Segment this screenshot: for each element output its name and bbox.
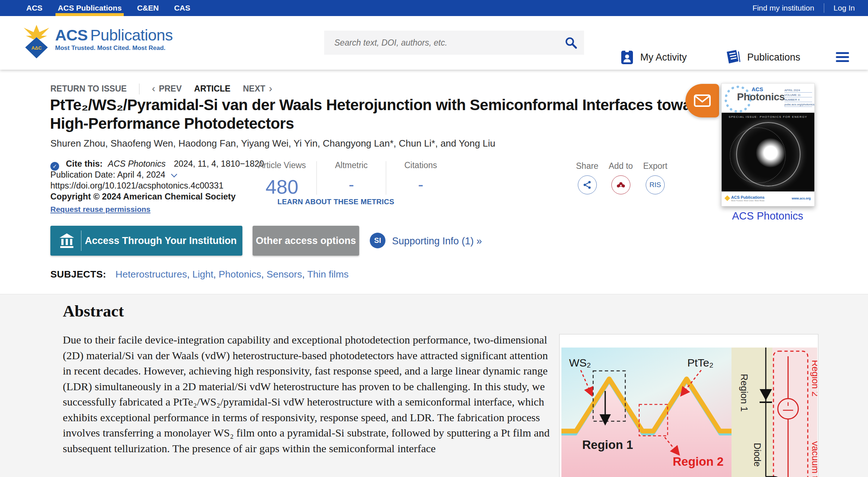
chevron-left-icon: ‹ — [152, 83, 155, 94]
my-activity-link[interactable]: My Activity — [621, 50, 687, 65]
logo-publications-text: Publications — [90, 26, 173, 44]
cover-brand: ACS Publications Most Trusted. Most Cite… — [725, 195, 765, 202]
article-tab: ARTICLE — [194, 84, 231, 94]
figure-ptte2-label: PtTe₂ — [687, 357, 714, 369]
article-nav: RETURN TO ISSUE ‹ PREV ARTICLE NEXT › — [50, 83, 272, 94]
publications-link[interactable]: Publications — [725, 50, 800, 65]
subject-link-light[interactable]: Light — [192, 269, 219, 280]
topnav-cen[interactable]: C&EN — [136, 0, 160, 16]
metric-altmetric: Altmetric - — [325, 160, 378, 198]
graphical-abstract-figure[interactable]: WS₂ PtTe₂ Region 1 Region 2 Region 1 Dio… — [559, 334, 818, 477]
citations-label: Citations — [394, 160, 447, 170]
next-article-link[interactable]: NEXT › — [243, 83, 272, 94]
share-button[interactable] — [578, 175, 597, 194]
prev-article-link[interactable]: ‹ PREV — [152, 83, 182, 94]
metric-divider — [316, 161, 317, 195]
request-reuse-permissions-link[interactable]: Request reuse permissions — [50, 205, 150, 214]
cover-footer: ACS Publications Most Trusted. Most Cite… — [722, 191, 814, 205]
figure-region2-side-label: Region 2 — [810, 360, 817, 396]
add-to-label: Add to — [608, 161, 633, 171]
cite-this-row: ✓ Cite this: ACS Photonics 2024, 11, 4, … — [50, 158, 264, 169]
subject-link-sensors[interactable]: Sensors — [266, 269, 307, 280]
citation-block: ✓ Cite this: ACS Photonics 2024, 11, 4, … — [50, 158, 264, 214]
mendeley-button[interactable] — [611, 175, 630, 194]
page: ACS ACS Publications C&EN CAS Find my in… — [0, 0, 868, 477]
cover-brand-name: ACS Publications — [731, 195, 765, 199]
login-link[interactable]: Log In — [834, 4, 855, 12]
subject-link-heterostructures[interactable]: Heterostructures — [115, 269, 192, 280]
cover-journal-name: Photonics — [737, 92, 785, 102]
menu-icon — [836, 60, 849, 62]
return-to-issue-link[interactable]: RETURN TO ISSUE — [50, 84, 127, 94]
cover-url: www.acs.org — [792, 197, 811, 200]
journal-link[interactable]: ACS Photonics — [721, 210, 814, 222]
share-label: Share — [576, 161, 598, 171]
metric-divider — [386, 161, 386, 195]
add-to-tool: Add to — [608, 161, 633, 194]
logo-wordmark: ACSPublications — [55, 26, 173, 44]
cover-masthead: ACS Photonics APRIL 2024 VOLUME 11 NUMBE… — [722, 84, 814, 113]
my-activity-label: My Activity — [640, 52, 687, 63]
learn-about-metrics-link[interactable]: LEARN ABOUT THESE METRICS — [256, 198, 416, 206]
topnav-cas[interactable]: CAS — [173, 0, 191, 16]
cover-issue-number: NUMBER 4 — [784, 97, 812, 102]
cover-glow-graphic — [756, 138, 785, 167]
supporting-info-link[interactable]: Supporting Info (1) » — [392, 236, 482, 247]
publications-label: Publications — [747, 52, 800, 63]
topnav-acs-publications[interactable]: ACS Publications — [57, 0, 122, 16]
logo-acs-text: ACS — [55, 26, 88, 44]
figure-region1-label: Region 1 — [582, 438, 633, 451]
cover-issue-date: APRIL 2024 — [784, 88, 812, 93]
cite-journal-name[interactable]: ACS Photonics — [108, 159, 166, 168]
acs-diamond-icon — [725, 195, 730, 201]
menu-icon — [836, 52, 849, 54]
publication-date-value: April 4, 2024 — [117, 170, 165, 179]
abstract-section: Abstract Due to their facile device-inte… — [0, 294, 868, 477]
cover-brand-tagline: Most Trusted. Most Cited. Most Read. — [731, 199, 765, 202]
export-label: Export — [643, 161, 667, 171]
share-tools: Share Add to Export RIS — [576, 161, 667, 194]
ris-label: RIS — [649, 181, 661, 189]
article-metrics: Article Views 480 Altmetric - Citations … — [256, 160, 447, 198]
chevron-down-icon — [171, 171, 177, 178]
activity-badge-icon — [621, 50, 634, 65]
envelope-icon — [694, 94, 711, 107]
figure-region1-side-label: Region 1 — [739, 374, 750, 412]
figure-region2-label: Region 2 — [673, 455, 723, 468]
journal-cover[interactable]: ACS Photonics APRIL 2024 VOLUME 11 NUMBE… — [721, 83, 815, 206]
views-label: Article Views — [256, 160, 308, 170]
export-ris-button[interactable]: RIS — [646, 175, 665, 194]
other-access-options-button[interactable]: Other access options — [253, 226, 359, 256]
topnav-acs[interactable]: ACS — [26, 0, 43, 16]
menu-button[interactable] — [836, 52, 849, 64]
altmetric-value: - — [325, 175, 378, 194]
share-tool: Share — [576, 161, 598, 194]
views-value: 480 — [256, 175, 308, 198]
acs-publications-logo[interactable]: AΔC ACSPublications Most Trusted. Most C… — [23, 24, 173, 60]
access-institution-button[interactable]: Access Through Your Institution — [50, 226, 242, 256]
institution-icon-box — [53, 232, 81, 249]
cover-journal-logo: ACS Photonics — [737, 86, 785, 102]
search-button[interactable] — [558, 31, 584, 55]
author-list[interactable]: Shuren Zhou, Shaofeng Wen, Haodong Fan, … — [50, 138, 495, 149]
logo-text: ACSPublications Most Trusted. Most Cited… — [55, 24, 173, 52]
menu-icon — [836, 56, 849, 58]
next-label: NEXT — [243, 84, 265, 94]
figure-vacuum-label: Vacuum tu — [810, 441, 817, 477]
subject-link-thin-films[interactable]: Thin films — [307, 269, 349, 280]
publications-book-icon — [725, 50, 741, 65]
search-input[interactable] — [324, 38, 558, 48]
citations-value: - — [394, 175, 447, 194]
publication-date-row[interactable]: Publication Date: April 4, 2024 — [50, 169, 264, 180]
top-nav-right: Find my institution Log In — [752, 0, 855, 16]
nav-divider — [139, 84, 139, 94]
email-alert-button[interactable] — [685, 84, 719, 117]
doi-link[interactable]: https://doi.org/10.1021/acsphotonics.4c0… — [50, 181, 223, 190]
doi-row[interactable]: https://doi.org/10.1021/acsphotonics.4c0… — [50, 180, 264, 191]
institution-bank-icon — [58, 232, 75, 249]
cover-artwork: SPECIAL ISSUE: PHOTONICS FOR ENERGY — [722, 113, 814, 191]
subject-link-photonics[interactable]: Photonics — [219, 269, 266, 280]
subjects-label: SUBJECTS: — [50, 269, 106, 280]
abstract-text: Due to their facile device-integration c… — [63, 332, 554, 456]
find-institution-link[interactable]: Find my institution — [752, 4, 814, 12]
